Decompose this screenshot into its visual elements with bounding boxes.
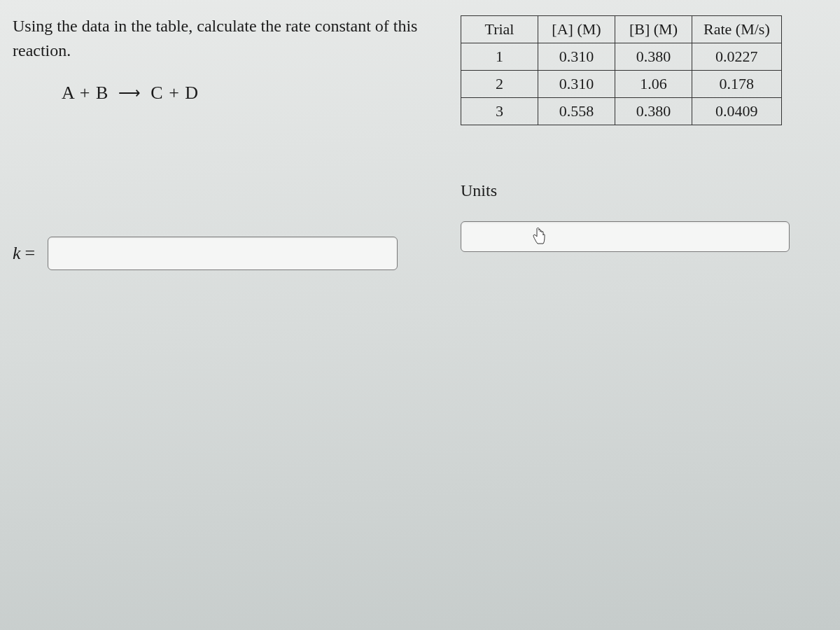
col-trial: Trial	[461, 16, 538, 43]
reaction-equation: A + B ⟶ C + D	[13, 83, 426, 104]
arrow-icon: ⟶	[118, 84, 141, 102]
table-row: 1 0.310 0.380 0.0227	[461, 43, 782, 71]
equation-lhs: A + B	[62, 83, 108, 103]
col-a: [A] (M)	[538, 16, 615, 43]
units-label: Units	[461, 181, 827, 200]
table-header-row: Trial [A] (M) [B] (M) Rate (M/s)	[461, 16, 782, 43]
rate-constant-input[interactable]	[48, 237, 398, 270]
k-label: k=	[13, 243, 35, 264]
col-rate: Rate (M/s)	[692, 16, 782, 43]
trial-data-table: Trial [A] (M) [B] (M) Rate (M/s) 1 0.310…	[461, 15, 782, 125]
table-row: 3 0.558 0.380 0.0409	[461, 98, 782, 125]
units-input[interactable]	[461, 221, 790, 252]
equation-rhs: C + D	[150, 83, 199, 103]
col-b: [B] (M)	[615, 16, 692, 43]
question-prompt: Using the data in the table, calculate t…	[13, 14, 426, 63]
table-row: 2 0.310 1.06 0.178	[461, 71, 782, 98]
